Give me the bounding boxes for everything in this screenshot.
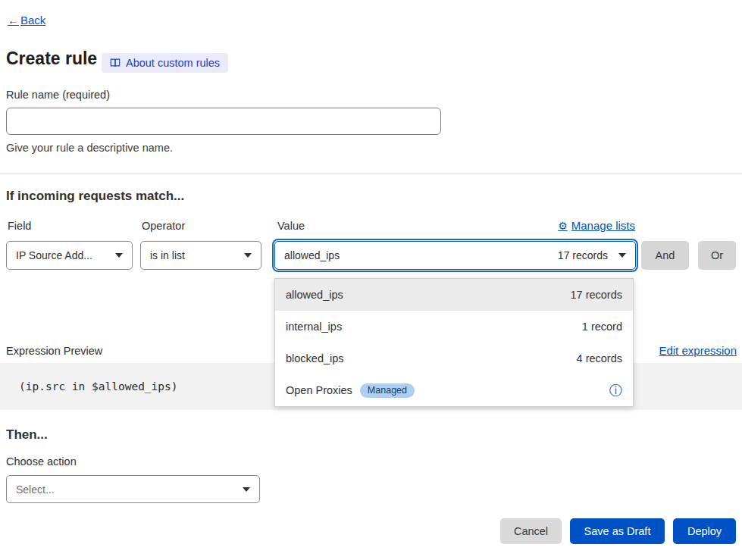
deploy-button[interactable]: Deploy <box>673 518 736 544</box>
value-select-value: allowed_ips <box>284 249 340 261</box>
about-custom-rules-chip[interactable]: About custom rules <box>102 53 228 73</box>
chevron-down-icon <box>618 253 626 258</box>
match-heading: If incoming requests match... <box>6 189 184 204</box>
chevron-down-icon <box>243 487 250 492</box>
lists-dropdown: allowed_ips 17 records internal_ips 1 re… <box>274 278 634 407</box>
book-icon <box>110 58 121 68</box>
save-draft-button[interactable]: Save as Draft <box>570 518 665 544</box>
or-button[interactable]: Or <box>698 241 736 270</box>
back-arrow-icon: ← <box>8 14 19 27</box>
list-item-meta: 4 records <box>577 352 622 364</box>
list-item-meta: 1 record <box>582 321 622 333</box>
operator-select[interactable]: is in list <box>140 241 261 270</box>
manage-lists-label: Manage lists <box>571 219 635 232</box>
chip-label: About custom rules <box>126 57 220 69</box>
manage-lists-link[interactable]: ⚙ Manage lists <box>558 219 635 232</box>
rule-name-input[interactable] <box>6 108 441 135</box>
field-select-value: IP Source Add... <box>16 249 92 261</box>
choose-action-label: Choose action <box>6 455 77 468</box>
value-select[interactable]: allowed_ips 17 records <box>274 241 636 270</box>
list-item-open-proxies[interactable]: Open Proxies Managed ⓘ <box>275 374 633 406</box>
action-select[interactable]: Select... <box>6 475 260 503</box>
expression-preview-label: Expression Preview <box>6 345 102 357</box>
list-item-meta: 17 records <box>570 289 622 301</box>
rule-name-label: Rule name (required) <box>6 89 110 101</box>
field-select[interactable]: IP Source Add... <box>6 241 133 270</box>
cancel-button[interactable]: Cancel <box>500 518 562 544</box>
back-label: Back <box>20 14 45 27</box>
section-divider <box>0 173 742 174</box>
operator-select-value: is in list <box>150 249 185 261</box>
create-rule-page: ←Back Create rule About custom rules Rul… <box>0 0 742 560</box>
edit-expression-link[interactable]: Edit expression <box>659 344 737 357</box>
and-button[interactable]: And <box>641 241 689 270</box>
value-select-meta: 17 records <box>558 249 611 261</box>
back-link[interactable]: ←Back <box>8 14 45 27</box>
list-item-internal-ips[interactable]: internal_ips 1 record <box>275 311 633 343</box>
action-select-placeholder: Select... <box>16 483 55 496</box>
value-label: Value <box>277 220 305 232</box>
operator-label: Operator <box>142 220 185 232</box>
list-item-name: allowed_ips <box>286 289 343 301</box>
field-label: Field <box>8 220 31 232</box>
rule-name-help: Give your rule a descriptive name. <box>6 142 173 154</box>
managed-badge: Managed <box>360 383 415 398</box>
chevron-down-icon <box>244 253 252 258</box>
page-title: Create rule <box>6 48 97 69</box>
expression-code: (ip.src in $allowed_ips) <box>19 380 178 393</box>
list-item-name: internal_ips <box>286 321 342 333</box>
list-item-allowed-ips[interactable]: allowed_ips 17 records <box>275 279 633 311</box>
list-item-blocked-ips[interactable]: blocked_ips 4 records <box>275 343 633 374</box>
then-heading: Then... <box>6 427 48 443</box>
gear-icon: ⚙ <box>558 220 568 232</box>
chevron-down-icon <box>115 253 123 258</box>
list-item-name: blocked_ips <box>286 352 344 364</box>
info-icon[interactable]: ⓘ <box>609 384 622 397</box>
list-item-name: Open Proxies <box>286 384 352 396</box>
